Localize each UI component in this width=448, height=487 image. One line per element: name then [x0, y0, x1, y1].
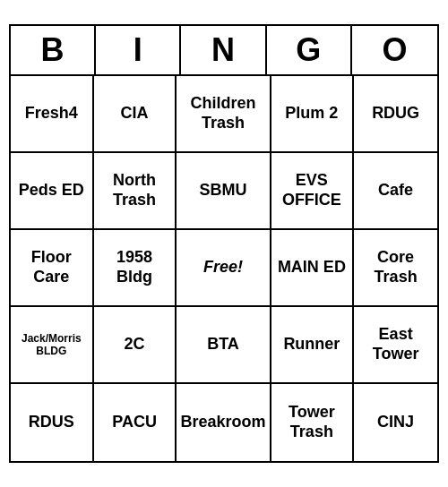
- bingo-cell[interactable]: RDUS: [11, 384, 94, 461]
- bingo-cell[interactable]: Tower Trash: [271, 384, 355, 461]
- header-letter: B: [11, 26, 96, 74]
- bingo-cell[interactable]: Floor Care: [11, 230, 94, 307]
- bingo-cell[interactable]: Plum 2: [271, 76, 355, 153]
- bingo-header: BINGO: [11, 26, 437, 76]
- bingo-cell[interactable]: PACU: [94, 384, 177, 461]
- bingo-cell[interactable]: Jack/Morris BLDG: [11, 307, 94, 384]
- bingo-cell[interactable]: Free!: [177, 230, 271, 307]
- bingo-cell[interactable]: Runner: [271, 307, 355, 384]
- bingo-cell[interactable]: 1958 Bldg: [94, 230, 177, 307]
- bingo-cell[interactable]: SBMU: [177, 153, 271, 230]
- bingo-cell[interactable]: Peds ED: [11, 153, 94, 230]
- bingo-cell[interactable]: 2C: [94, 307, 177, 384]
- bingo-cell[interactable]: Children Trash: [177, 76, 271, 153]
- bingo-card: BINGO Fresh4CIAChildren TrashPlum 2RDUGP…: [9, 24, 439, 463]
- header-letter: O: [352, 26, 437, 74]
- bingo-cell[interactable]: CINJ: [354, 384, 437, 461]
- bingo-cell[interactable]: EVS OFFICE: [271, 153, 355, 230]
- bingo-cell[interactable]: CIA: [94, 76, 177, 153]
- bingo-cell[interactable]: BTA: [177, 307, 271, 384]
- header-letter: N: [181, 26, 266, 74]
- bingo-cell[interactable]: North Trash: [94, 153, 177, 230]
- header-letter: G: [267, 26, 352, 74]
- bingo-grid: Fresh4CIAChildren TrashPlum 2RDUGPeds ED…: [11, 76, 437, 461]
- bingo-cell[interactable]: Core Trash: [354, 230, 437, 307]
- bingo-cell[interactable]: Fresh4: [11, 76, 94, 153]
- bingo-cell[interactable]: Cafe: [354, 153, 437, 230]
- bingo-cell[interactable]: RDUG: [354, 76, 437, 153]
- bingo-cell[interactable]: MAIN ED: [271, 230, 355, 307]
- header-letter: I: [96, 26, 181, 74]
- bingo-cell[interactable]: East Tower: [354, 307, 437, 384]
- bingo-cell[interactable]: Breakroom: [177, 384, 271, 461]
